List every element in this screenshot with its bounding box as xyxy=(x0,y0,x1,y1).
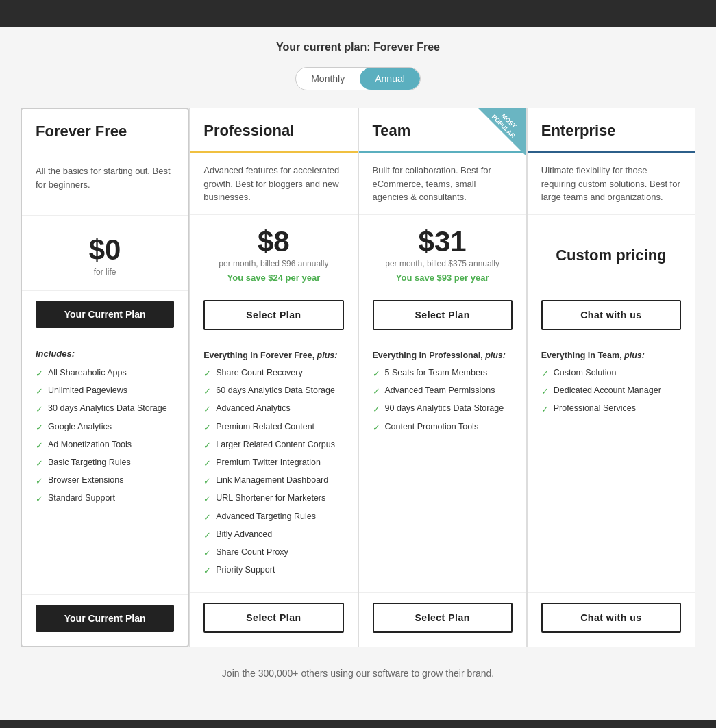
current-plan-name: Forever Free xyxy=(373,41,440,53)
cta-top-professional: Select Plan xyxy=(190,290,357,340)
feature-item: ✓5 Seats for Team Members xyxy=(373,367,513,380)
check-icon: ✓ xyxy=(373,386,380,398)
feature-item: ✓Bitly Advanced xyxy=(203,529,343,542)
check-icon: ✓ xyxy=(36,493,43,505)
check-icon: ✓ xyxy=(203,386,211,398)
check-icon: ✓ xyxy=(203,529,211,542)
cta-bottom-professional: Select Plan xyxy=(190,592,357,647)
price-period-professional: per month, billed $96 annually xyxy=(219,259,328,268)
feature-item: ✓Unlimited Pageviews xyxy=(36,385,174,398)
feature-item: ✓30 days Analytics Data Storage xyxy=(36,403,174,416)
annual-toggle[interactable]: Annual xyxy=(360,68,420,90)
features-sublabel-professional: Everything in Forever Free, plus: xyxy=(203,351,343,360)
most-popular-badge: MOST POPULAR xyxy=(478,108,526,156)
bottom-bar xyxy=(0,720,716,728)
check-icon: ✓ xyxy=(36,457,43,470)
check-icon: ✓ xyxy=(373,368,380,380)
check-icon: ✓ xyxy=(36,403,43,416)
feature-item: ✓60 days Analytics Data Storage xyxy=(203,385,343,398)
plan-card-forever-free: Forever Free All the basics for starting… xyxy=(21,108,189,647)
toggle-container: Monthly Annual xyxy=(295,67,421,90)
feature-item: ✓Basic Targeting Rules xyxy=(36,457,174,470)
features-section-professional: Everything in Forever Free, plus: ✓Share… xyxy=(190,340,357,592)
feature-item: ✓Share Count Recovery xyxy=(203,367,343,380)
plan-name-professional: Professional xyxy=(203,122,343,140)
check-icon: ✓ xyxy=(541,368,549,380)
monthly-toggle[interactable]: Monthly xyxy=(296,68,360,90)
select-plan-button-professional-top[interactable]: Select Plan xyxy=(203,300,343,330)
check-icon: ✓ xyxy=(203,440,211,452)
price-period-forever-free: for life xyxy=(94,267,116,277)
price-amount-forever-free: $0 xyxy=(89,236,121,264)
feature-item: ✓90 days Analytics Data Storage xyxy=(373,403,513,416)
plan-description-team: Built for collaboration. Best for eComme… xyxy=(359,153,526,215)
feature-item: ✓Custom Solution xyxy=(541,367,681,380)
custom-pricing: Custom pricing xyxy=(556,247,666,264)
billing-toggle: Monthly Annual xyxy=(21,67,695,90)
feature-item: ✓Dedicated Account Manager xyxy=(541,385,681,398)
select-plan-button-professional-bottom[interactable]: Select Plan xyxy=(203,603,343,633)
check-icon: ✓ xyxy=(203,475,211,488)
features-sublabel-enterprise: Everything in Team, plus: xyxy=(541,351,681,360)
feature-item: ✓All Shareaholic Apps xyxy=(36,367,174,380)
plan-card-team: MOST POPULAR Team Built for collaboratio… xyxy=(358,108,527,647)
price-savings-professional: You save $24 per year xyxy=(227,273,321,283)
feature-item: ✓Share Count Proxy xyxy=(203,547,343,560)
cta-bottom-team: Select Plan xyxy=(359,592,526,647)
chat-with-us-button-enterprise-bottom[interactable]: Chat with us xyxy=(541,603,681,633)
check-icon: ✓ xyxy=(203,565,211,577)
select-plan-button-team-top[interactable]: Select Plan xyxy=(373,300,513,330)
feature-item: ✓Browser Extensions xyxy=(36,475,174,488)
select-plan-button-team-bottom[interactable]: Select Plan xyxy=(373,603,513,633)
feature-item: ✓Premium Related Content xyxy=(203,421,343,434)
cta-top-forever-free: Your Current Plan xyxy=(22,291,188,338)
feature-item: ✓Premium Twitter Integration xyxy=(203,457,343,470)
check-icon: ✓ xyxy=(36,386,43,398)
check-icon: ✓ xyxy=(203,512,211,524)
check-icon: ✓ xyxy=(36,475,43,488)
check-icon: ✓ xyxy=(203,368,211,380)
chat-with-us-button-enterprise-top[interactable]: Chat with us xyxy=(541,300,681,330)
plans-grid: Forever Free All the basics for starting… xyxy=(21,108,695,647)
plan-card-professional: Professional Advanced features for accel… xyxy=(189,108,358,647)
price-amount-team: $31 xyxy=(419,227,467,256)
feature-item: ✓Content Promotion Tools xyxy=(373,421,513,434)
price-amount-professional: $8 xyxy=(258,227,290,256)
current-plan-prefix: Your current plan: xyxy=(276,41,371,53)
features-label-forever-free: Includes: xyxy=(36,349,174,359)
page-wrapper: Your current plan: Forever Free Monthly … xyxy=(0,27,716,720)
cta-top-team: Select Plan xyxy=(359,290,526,340)
check-icon: ✓ xyxy=(203,493,211,505)
feature-item: ✓Advanced Targeting Rules xyxy=(203,511,343,524)
feature-item: ✓Priority Support xyxy=(203,564,343,577)
feature-item: ✓URL Shortener for Marketers xyxy=(203,492,343,505)
check-icon: ✓ xyxy=(541,386,549,398)
cta-bottom-forever-free: Your Current Plan xyxy=(22,594,188,646)
check-icon: ✓ xyxy=(203,457,211,470)
cta-top-enterprise: Chat with us xyxy=(528,290,695,340)
check-icon: ✓ xyxy=(203,422,211,434)
price-period-team: per month, billed $375 annually xyxy=(385,259,499,268)
check-icon: ✓ xyxy=(203,547,211,560)
plan-header-forever-free: Forever Free xyxy=(22,109,188,154)
features-section-forever-free: Includes: ✓All Shareaholic Apps ✓Unlimit… xyxy=(22,338,188,594)
price-section-enterprise: Custom pricing xyxy=(528,215,695,290)
price-section-professional: $8 per month, billed $96 annually You sa… xyxy=(190,215,357,290)
current-plan-button-bottom[interactable]: Your Current Plan xyxy=(36,605,174,632)
plan-name-forever-free: Forever Free xyxy=(36,123,174,140)
current-plan-banner: Your current plan: Forever Free xyxy=(21,41,695,53)
check-icon: ✓ xyxy=(541,403,549,416)
most-popular-text: MOST POPULAR xyxy=(487,108,524,142)
plan-header-enterprise: Enterprise xyxy=(528,108,695,153)
feature-item: ✓Larger Related Content Corpus xyxy=(203,439,343,452)
check-icon: ✓ xyxy=(203,403,211,416)
feature-item: ✓Ad Monetization Tools xyxy=(36,439,174,452)
cta-bottom-enterprise: Chat with us xyxy=(528,592,695,647)
footer-text: Join the 300,000+ others using our softw… xyxy=(21,668,695,692)
plan-description-professional: Advanced features for accelerated growth… xyxy=(190,153,357,215)
current-plan-button-top[interactable]: Your Current Plan xyxy=(36,301,174,328)
price-section-team: $31 per month, billed $375 annually You … xyxy=(359,215,526,290)
plan-description-enterprise: Ultimate flexibility for those requiring… xyxy=(528,153,695,215)
price-savings-team: You save $93 per year xyxy=(396,273,489,283)
feature-item: ✓Professional Services xyxy=(541,403,681,416)
